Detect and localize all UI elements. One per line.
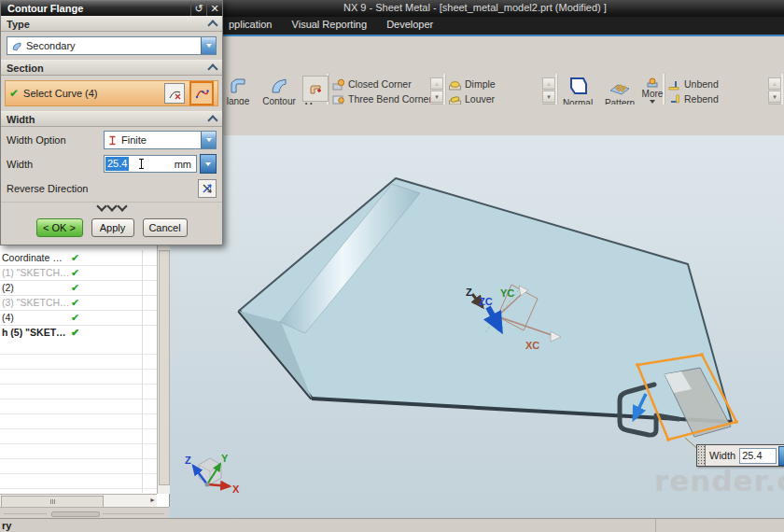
check-icon: ✔ [71,250,79,265]
curve-select-button-active[interactable] [189,81,214,105]
navigator-column-divider [142,250,143,493]
more-dropdown-arrow [650,100,655,104]
section-section-header[interactable]: Section [1,60,222,76]
scrollbar-thumb[interactable] [159,250,170,485]
pattern-feature-icon [609,76,631,98]
width-spinner-button[interactable] [200,154,217,174]
splitter-grip[interactable] [51,511,100,517]
dialog-close-icon[interactable]: ✕ [206,1,222,16]
closed-corner-button[interactable]: Closed Corner [329,77,445,91]
nx-window: NX 9 - Sheet Metal - [sheet_metal_model2… [0,0,784,532]
select-curve-label: Select Curve (4) [23,88,160,99]
gallery-down-icon[interactable]: ▾ [430,91,443,103]
gallery-up-icon[interactable]: ▴ [768,77,781,90]
type-section-header[interactable]: Type [1,16,222,32]
section-dialog-button[interactable] [164,83,185,104]
feature-more-icon [646,76,659,89]
check-icon: ✔ [9,87,19,100]
inline-width-input[interactable]: 25.4 [739,448,777,464]
width-option-combobox[interactable]: Finite [104,131,217,149]
navigator-empty-rows [0,340,157,494]
bend-more-icon [302,76,329,102]
three-bend-corner-icon [332,93,344,105]
viewport-3d[interactable]: Z ZC YC XC Z Y X [169,135,784,518]
width-unit: mm [175,159,196,170]
type-value: Secondary [26,40,197,51]
combobox-arrow-icon[interactable] [201,132,216,148]
check-icon: ✔ [71,295,79,310]
apply-button[interactable]: Apply [91,218,134,237]
status-bar: ry [0,518,784,532]
xc-label: XC [525,340,539,351]
menu-visual-reporting[interactable]: Visual Reporting [284,17,376,32]
width-value-selected[interactable]: 25.4 [105,157,129,171]
check-icon: ✔ [71,265,79,280]
reverse-direction-icon [201,182,214,195]
finite-icon [107,135,118,146]
rebend-icon [668,93,680,105]
inline-width-editor[interactable]: Width 25.4 [696,444,784,467]
collapse-icon [207,20,217,30]
navigator-row[interactable]: (1) "SKETCH…✔ [0,265,157,281]
dialog-titlebar[interactable]: Contour Flange ↺ ✕ [1,1,222,16]
curve-icon [195,87,209,101]
gallery-down-icon[interactable]: ▾ [768,91,781,103]
width-field-label: Width [7,159,104,170]
watermark: render.com [654,464,784,497]
chevron-down-icon [96,201,106,211]
feature-more-button[interactable]: More [641,74,664,104]
navigator-row[interactable]: Coordinate …✔ [0,250,157,266]
menu-application[interactable]: pplication [220,17,280,32]
collapse-icon [207,115,217,125]
navigator-row-selected[interactable]: h (5) "SKET…✔ [0,325,157,341]
gallery-up-icon[interactable]: ▴ [430,77,443,90]
cancel-button[interactable]: Cancel [143,218,188,237]
triad-y-label: Y [221,453,229,464]
status-text: ry [2,520,11,531]
zc-label: ZC [479,296,493,307]
status-divider [655,519,656,532]
flange-icon [228,76,248,96]
text-cursor [141,159,142,169]
navigator-row[interactable]: (2)✔ [0,280,157,296]
select-curve-row[interactable]: ✔ Select Curve (4) [5,80,218,106]
width-option-label: Width Option [7,134,104,146]
menu-developer[interactable]: Developer [378,17,441,32]
window-title: NX 9 - Sheet Metal - [sheet_metal_model2… [343,2,607,13]
gallery-up-icon[interactable]: ▴ [542,77,555,90]
flange-button[interactable]: lange [221,74,255,106]
scroll-right-icon[interactable]: ► [149,497,156,503]
unbend-button[interactable]: Unbend [665,77,783,91]
navigator-horizontal-scrollbar[interactable]: ► [0,494,157,508]
triad-x-label: X [232,483,240,495]
chevron-down-icon [117,201,127,211]
dimple-icon [449,78,461,91]
reverse-direction-button[interactable] [198,179,217,198]
navigator-row[interactable]: (3) "SKETCH…✔ [0,295,157,311]
yc-label: YC [500,287,514,299]
navigator-row[interactable]: (4)✔ [0,310,157,326]
closed-corner-icon [332,78,344,91]
dimple-button[interactable]: Dimple [445,77,557,91]
combobox-arrow-icon[interactable] [201,37,216,54]
check-icon: ✔ [71,325,79,340]
secondary-type-icon [10,40,22,52]
dialog-reset-icon[interactable]: ↺ [190,1,206,16]
contour-flange-dialog[interactable]: Contour Flange ↺ ✕ Type Secondary Sectio… [0,0,223,245]
reverse-direction-label: Reverse Direction [7,183,198,194]
collapse-icon [207,63,217,74]
width-section-header[interactable]: Width [1,111,222,127]
drag-handle-icon[interactable] [697,445,706,466]
contour-flange-icon [269,76,289,96]
width-input[interactable]: 25.4 mm [104,155,197,173]
inline-width-dropdown[interactable] [778,446,784,466]
inline-width-label: Width [706,450,739,461]
type-combobox[interactable]: Secondary [7,36,217,55]
chevron-down-icon [106,201,117,211]
dialog-title: Contour Flange [1,3,190,14]
unbend-icon [668,78,680,91]
gallery-down-icon[interactable]: ▾ [542,91,555,103]
graphics-window[interactable]: Z ZC YC XC Z Y X [169,135,784,518]
dialog-expander[interactable] [1,202,222,216]
ok-button[interactable]: < OK > [36,218,83,237]
